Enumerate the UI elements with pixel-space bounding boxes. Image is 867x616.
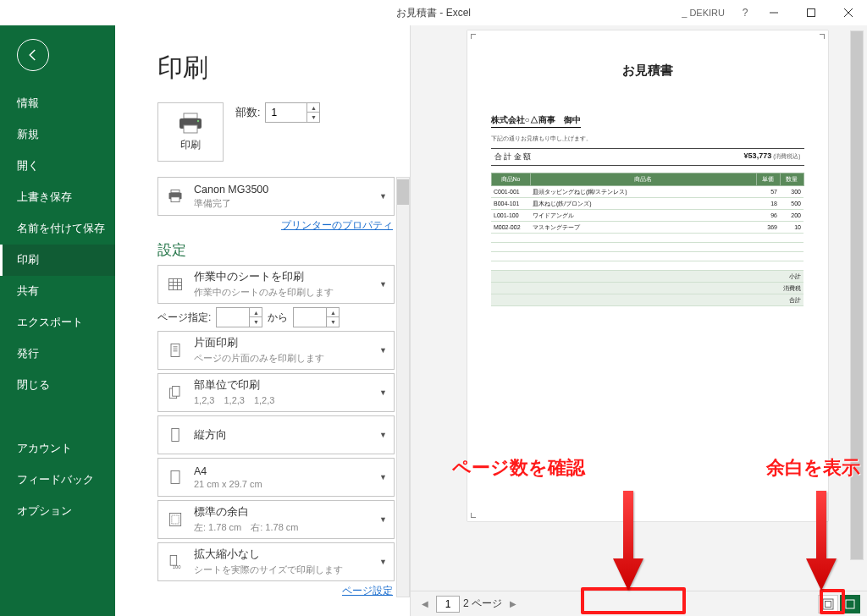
chevron-down-icon: ▼ xyxy=(379,473,387,481)
chevron-down-icon: ▼ xyxy=(379,192,387,201)
svg-point-7 xyxy=(197,119,199,121)
doc-client: 株式会社○△商事 御中 xyxy=(491,114,581,128)
svg-rect-26 xyxy=(170,556,177,566)
copies-input[interactable] xyxy=(266,103,306,122)
page-icon xyxy=(165,342,185,359)
printer-icon xyxy=(177,113,204,135)
prev-page-button[interactable]: ◀ xyxy=(417,599,433,608)
annotation-arrow xyxy=(611,491,645,596)
preview-page: お見積書 株式会社○△商事 御中 下記の通りお見積もり申し上げます。 合 計 金… xyxy=(467,30,828,521)
help-button[interactable]: ? xyxy=(735,7,755,19)
preview-scrollbar[interactable] xyxy=(850,30,864,560)
svg-rect-1 xyxy=(808,9,815,17)
total-pages-label: 2 ページ xyxy=(463,597,502,611)
paper-dropdown[interactable]: A421 cm x 29.7 cm ▼ xyxy=(157,458,395,497)
svg-rect-6 xyxy=(184,125,197,133)
settings-heading: 設定 xyxy=(157,240,395,260)
chevron-down-icon: ▼ xyxy=(379,280,387,289)
page-range-row: ページ指定: ▲▼ から ▲▼ xyxy=(157,307,395,327)
sidebar-item-saveas[interactable]: 名前を付けて保存 xyxy=(0,213,115,245)
sidebar-item-publish[interactable]: 発行 xyxy=(0,338,115,370)
duplex-dropdown[interactable]: 片面印刷ページの片面のみを印刷します ▼ xyxy=(157,331,395,370)
svg-text:100: 100 xyxy=(173,564,181,569)
annotation-arrow xyxy=(804,491,838,596)
orientation-dropdown[interactable]: 縦方向 ▼ xyxy=(157,415,395,454)
sidebar-item-account[interactable]: アカウント xyxy=(0,433,115,465)
margin-dropdown[interactable]: 標準の余白左: 1.78 cm 右: 1.78 cm ▼ xyxy=(157,500,395,539)
svg-rect-21 xyxy=(173,387,179,397)
copies-up[interactable]: ▲ xyxy=(307,103,319,113)
back-button[interactable] xyxy=(17,39,49,71)
svg-rect-8 xyxy=(171,190,179,193)
doc-table: 商品No商品名単価数量 C001-001皿頭タッピングねじ(鋼/ステンレス)57… xyxy=(491,173,804,306)
scale-dropdown[interactable]: 100 拡大縮小なしシートを実際のサイズで印刷します ▼ xyxy=(157,542,395,581)
chevron-down-icon: ▼ xyxy=(379,388,387,397)
sidebar-item-options[interactable]: オプション xyxy=(0,496,115,527)
scale-icon: 100 xyxy=(165,553,185,570)
svg-rect-23 xyxy=(171,471,179,484)
print-scope-dropdown[interactable]: 作業中のシートを印刷作業中のシートのみを印刷します ▼ xyxy=(157,265,395,304)
doc-note: 下記の通りお見積もり申し上げます。 xyxy=(491,135,804,143)
portrait-icon xyxy=(165,426,185,443)
sidebar-item-new[interactable]: 新規 xyxy=(0,119,115,151)
page-from-spinner[interactable]: ▲▼ xyxy=(216,307,262,327)
print-button[interactable]: 印刷 xyxy=(157,102,224,162)
sidebar-item-feedback[interactable]: フィードバック xyxy=(0,465,115,496)
copies-label: 部数: xyxy=(235,106,260,120)
user-label: _ DEKIRU xyxy=(682,8,725,18)
svg-rect-22 xyxy=(172,429,179,442)
next-page-button[interactable]: ▶ xyxy=(505,599,521,608)
doc-title: お見積書 xyxy=(491,63,804,79)
page-setup-link[interactable]: ページ設定 xyxy=(157,585,395,597)
settings-scrollbar[interactable] xyxy=(396,177,410,597)
print-button-label: 印刷 xyxy=(180,138,201,152)
collate-icon xyxy=(165,384,185,401)
svg-rect-16 xyxy=(171,344,179,357)
copies-spinner[interactable]: ▲▼ xyxy=(265,102,320,123)
minimize-button[interactable] xyxy=(755,1,792,25)
window-title: お見積書 - Excel xyxy=(396,6,471,20)
chevron-down-icon: ▼ xyxy=(379,346,387,355)
printer-icon xyxy=(165,188,185,205)
maximize-button[interactable] xyxy=(792,1,830,25)
sidebar-item-save[interactable]: 上書き保存 xyxy=(0,182,115,213)
backstage-sidebar: 情報 新規 開く 上書き保存 名前を付けて保存 印刷 共有 エクスポート 発行 … xyxy=(0,25,115,616)
printer-dropdown[interactable]: Canon MG3500準備完了 ▼ xyxy=(157,177,395,216)
current-page-input[interactable] xyxy=(436,596,460,613)
svg-rect-30 xyxy=(846,600,854,608)
sheet-icon xyxy=(165,276,185,293)
svg-rect-11 xyxy=(169,278,182,289)
chevron-down-icon: ▼ xyxy=(379,515,387,524)
svg-rect-25 xyxy=(172,515,179,524)
margin-icon xyxy=(165,511,185,528)
titlebar: お見積書 - Excel _ DEKIRU ? xyxy=(0,0,867,25)
page-navigator: ◀ 2 ページ ▶ xyxy=(417,596,521,613)
panel-heading: 印刷 xyxy=(157,51,410,85)
sidebar-item-open[interactable]: 開く xyxy=(0,151,115,182)
printer-name: Canon MG3500 xyxy=(194,184,379,195)
page-icon xyxy=(165,469,185,486)
sidebar-item-print[interactable]: 印刷 xyxy=(0,245,115,276)
collate-dropdown[interactable]: 部単位で印刷1,2,3 1,2,3 1,2,3 ▼ xyxy=(157,373,395,412)
sidebar-item-info[interactable]: 情報 xyxy=(0,88,115,119)
chevron-down-icon: ▼ xyxy=(379,558,387,566)
svg-rect-10 xyxy=(171,197,179,202)
page-to-spinner[interactable]: ▲▼ xyxy=(293,307,340,327)
sidebar-item-close[interactable]: 閉じる xyxy=(0,370,115,401)
copies-down[interactable]: ▼ xyxy=(307,113,319,122)
print-panel: 印刷 印刷 部数: ▲▼ Canon MG3500準備完了 xyxy=(115,25,410,616)
sidebar-item-share[interactable]: 共有 xyxy=(0,276,115,307)
close-button[interactable] xyxy=(830,1,867,25)
printer-properties-link[interactable]: プリンターのプロパティ xyxy=(157,219,395,232)
svg-rect-4 xyxy=(184,113,197,118)
printer-status: 準備完了 xyxy=(194,197,379,210)
chevron-down-icon: ▼ xyxy=(379,431,387,439)
sidebar-item-export[interactable]: エクスポート xyxy=(0,307,115,338)
